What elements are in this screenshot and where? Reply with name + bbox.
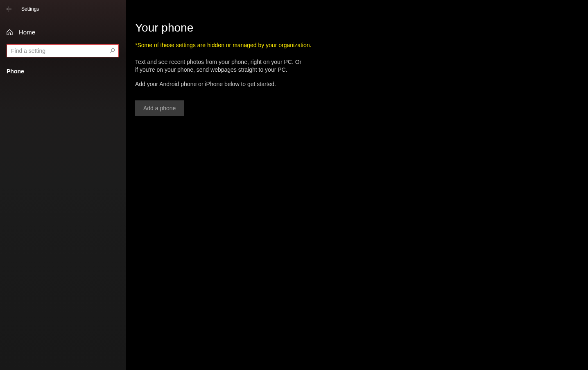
- page-title: Your phone: [135, 21, 588, 34]
- search-box[interactable]: [7, 44, 119, 57]
- header-title: Settings: [21, 6, 39, 12]
- home-nav-item[interactable]: Home: [0, 23, 126, 41]
- svg-point-0: [111, 48, 115, 52]
- sidebar-item-label: Phone: [7, 68, 24, 75]
- back-arrow-icon: [6, 6, 12, 12]
- search-input[interactable]: [7, 45, 106, 57]
- home-icon: [6, 28, 13, 36]
- description-2: Add your Android phone or iPhone below t…: [135, 80, 303, 88]
- header-row: Settings: [0, 0, 126, 18]
- org-warning-text: *Some of these settings are hidden or ma…: [135, 42, 588, 48]
- add-phone-button[interactable]: Add a phone: [135, 100, 184, 116]
- svg-line-1: [110, 51, 112, 53]
- main-content: Your phone *Some of these settings are h…: [126, 0, 588, 370]
- sidebar-item-phone[interactable]: Phone: [0, 62, 126, 80]
- search-icon: [106, 45, 118, 57]
- home-label: Home: [19, 29, 35, 36]
- sidebar: Settings Home Phone: [0, 0, 126, 370]
- back-button[interactable]: [6, 6, 12, 12]
- description-1: Text and see recent photos from your pho…: [135, 58, 303, 74]
- search-wrap: [0, 41, 126, 57]
